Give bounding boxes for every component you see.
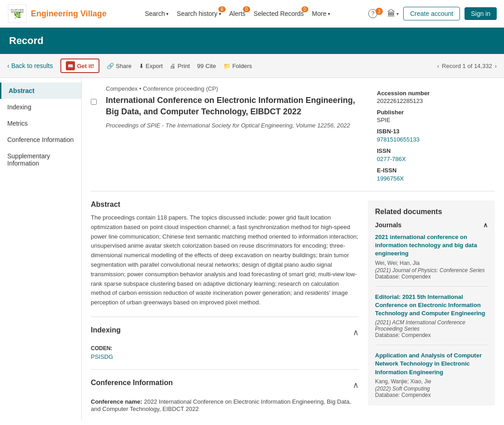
help-icon[interactable]: ? 2 [368, 9, 383, 18]
related-item-3-author: Kang, Wanjie; Xiao, Jie [375, 378, 488, 385]
eissn-label: E-ISSN [377, 167, 495, 174]
conference-header: Conference Information ∧ [91, 379, 359, 391]
get-it-icon: 📖 [66, 61, 75, 70]
print-icon: 🖨 [170, 63, 176, 69]
sidebar-item-abstract[interactable]: Abstract [0, 83, 81, 99]
record-content: Compendex • Conference proceeding (CP) I… [82, 78, 504, 420]
folders-button[interactable]: 📁 Folders [223, 63, 252, 69]
abstract-text: The proceedings contain 118 papers. The … [91, 213, 359, 308]
export-button[interactable]: ⬇ Export [139, 63, 163, 69]
related-docs-panel: Related documents Journals ∧ 2021 intern… [368, 200, 495, 405]
isbn-label: ISBN-13 [377, 128, 495, 135]
section-divider-2 [91, 317, 359, 317]
cite-icon: 99 [197, 63, 203, 69]
indexing-header: Indexing ∧ [91, 326, 359, 339]
create-account-button[interactable]: Create account [403, 7, 460, 20]
journals-section-title: Journals ∧ [375, 221, 488, 229]
sidebar-item-metrics[interactable]: Metrics [0, 115, 81, 132]
sidebar-item-indexing[interactable]: Indexing [0, 99, 81, 115]
nav-alerts[interactable]: Alerts 0 [229, 10, 246, 17]
prev-record-button[interactable]: ‹ [437, 63, 439, 69]
issn-label: ISSN [377, 147, 495, 154]
issn-link[interactable]: 0277-786X [377, 156, 406, 162]
record-title: International Conference on Electronic I… [106, 95, 368, 117]
col-right: Related documents Journals ∧ 2021 intern… [368, 200, 495, 412]
record-journal: Proceedings of SPIE - The International … [106, 122, 368, 129]
related-item-3-journal: (2022) Soft Computing [375, 386, 488, 392]
institution-icon[interactable]: 🏛 ▾ [387, 9, 399, 19]
nav-links: Search ▾ Search history ▾ 6 Alerts 0 Sel… [116, 10, 360, 17]
related-item-3: Application and Analysis of Computer Net… [375, 352, 488, 398]
eissn-link[interactable]: 1996756X [377, 175, 404, 182]
logo-text: Engineering Village [31, 9, 107, 19]
accession-value: 20222612285123 [377, 98, 495, 104]
isbn-link[interactable]: 9781510655133 [377, 136, 420, 143]
abstract-section: Abstract The proceedings contain 118 pap… [91, 200, 359, 308]
related-item-1-journal: (2021) Journal of Physics: Conference Se… [375, 267, 488, 274]
related-docs-title: Related documents [375, 208, 488, 216]
toolbar: ‹ Back to results 📖 Get it! 🔗 Share ⬇ Ex… [0, 54, 504, 78]
record-page-header: Record [0, 28, 504, 54]
record-source: Compendex • Conference proceeding (CP) [106, 85, 368, 92]
col-left: Abstract The proceedings contain 118 pap… [91, 200, 359, 412]
export-icon: ⬇ [139, 63, 144, 69]
conference-toggle[interactable]: ∧ [353, 380, 359, 390]
record-checkbox[interactable] [91, 99, 97, 105]
related-item-1: 2021 international conference on informa… [375, 233, 488, 287]
publisher-label: Publisher [377, 109, 495, 116]
related-item-1-author: Wei, Wei; Han, Jia [375, 260, 488, 266]
related-item-1-title[interactable]: 2021 international conference on informa… [375, 233, 488, 258]
section-divider-3 [91, 369, 359, 370]
journals-collapse-icon[interactable]: ∧ [483, 221, 488, 229]
related-item-1-db: Database: Compendex [375, 274, 488, 280]
two-col-section: Abstract The proceedings contain 118 pap… [91, 200, 495, 412]
related-item-3-title[interactable]: Application and Analysis of Computer Net… [375, 352, 488, 376]
related-item-3-db: Database: Compendex [375, 392, 488, 398]
nav-search[interactable]: Search ▾ [145, 10, 168, 17]
get-it-label: Get it! [77, 63, 94, 69]
sidebar-item-conference-information[interactable]: Conference Information [0, 132, 81, 148]
abstract-title: Abstract [91, 200, 359, 209]
header: ELSEVIER 🌿 Engineering Village Search ▾ … [0, 0, 504, 28]
sidebar: Abstract Indexing Metrics Conference Inf… [0, 78, 82, 420]
section-divider-1 [91, 191, 495, 191]
conf-name-label: Conference name: [91, 398, 142, 405]
elsevier-logo: ELSEVIER 🌿 [7, 4, 27, 24]
back-to-results-link[interactable]: ‹ Back to results [7, 62, 53, 69]
alerts-badge: 0 [243, 6, 250, 12]
logo-area: ELSEVIER 🌿 Engineering Village [7, 4, 107, 24]
related-item-2-db: Database: Compendex [375, 332, 488, 338]
header-actions: ? 2 🏛 ▾ Create account Sign in [368, 7, 497, 20]
indexing-toggle[interactable]: ∧ [353, 327, 359, 337]
record-main: Compendex • Conference proceeding (CP) I… [106, 85, 368, 182]
conference-section: Conference Information ∧ Conference name… [91, 379, 359, 412]
share-button[interactable]: 🔗 Share [107, 63, 132, 69]
nav-search-history[interactable]: Search history ▾ 6 [177, 10, 221, 17]
related-item-2-title[interactable]: Editorial: 2021 5th International Confer… [375, 293, 488, 318]
sidebar-item-supplementary[interactable]: Supplementary Information [0, 148, 81, 171]
related-item-2-journal: (2021) ACM International Conference Proc… [375, 319, 488, 332]
indexing-title: Indexing [91, 326, 121, 334]
sign-in-button[interactable]: Sign in [464, 7, 497, 20]
get-it-button[interactable]: 📖 Get it! [60, 59, 100, 73]
folders-icon: 📁 [223, 63, 231, 69]
main-content: Abstract Indexing Metrics Conference Inf… [0, 78, 504, 420]
next-record-button[interactable]: › [495, 63, 497, 69]
nav-more[interactable]: More ▾ [312, 10, 330, 17]
selected-records-badge: 0 [301, 6, 309, 12]
record-nav: Record 1 of 14,332 [442, 63, 492, 69]
share-icon: 🔗 [107, 63, 114, 69]
cite-button[interactable]: 99 Cite [197, 63, 216, 69]
conference-title: Conference Information [91, 379, 173, 387]
related-item-2: Editorial: 2021 5th International Confer… [375, 293, 488, 346]
print-button[interactable]: 🖨 Print [170, 63, 190, 69]
accession-label: Accession number [377, 90, 495, 97]
toolbar-left: ‹ Back to results 📖 Get it! 🔗 Share ⬇ Ex… [7, 59, 252, 73]
svg-text:ELSEVIER: ELSEVIER [11, 9, 24, 11]
coden-label: CODEN: [91, 345, 359, 352]
toolbar-right: ‹ Record 1 of 14,332 › [437, 63, 497, 69]
publisher-value: SPIE [377, 117, 495, 123]
nav-selected-records[interactable]: Selected Records 0 [254, 10, 304, 17]
coden-value[interactable]: PSISDG [91, 353, 359, 360]
record-meta: Accession number 20222612285123 Publishe… [377, 85, 495, 182]
